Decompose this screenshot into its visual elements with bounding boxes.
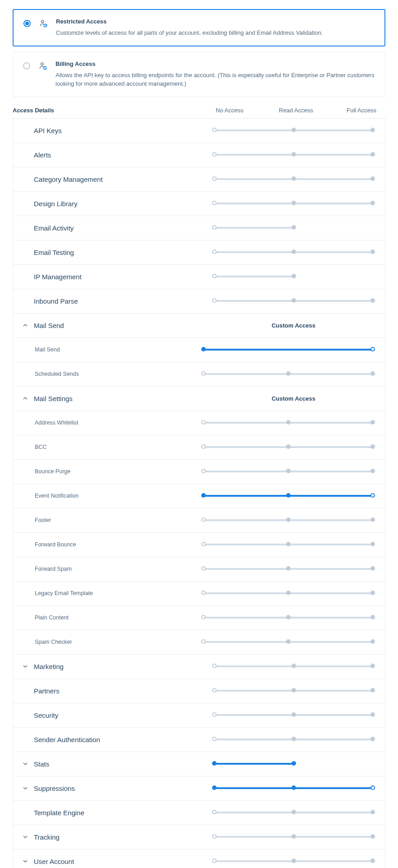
access-slider[interactable] <box>212 787 375 790</box>
permission-label: Tracking <box>34 833 212 841</box>
permission-row: User Account <box>13 850 385 868</box>
restricted-title: Restricted Access <box>56 18 375 25</box>
access-slider[interactable] <box>212 251 375 254</box>
restricted-access-option[interactable]: Restricted Access Customize levels of ac… <box>13 9 385 46</box>
access-slider[interactable] <box>212 689 375 692</box>
permission-row: Suppressions <box>13 776 385 801</box>
access-slider[interactable] <box>201 348 375 351</box>
permission-label: BCC <box>23 444 201 450</box>
chevron-down-icon[interactable] <box>23 664 29 669</box>
radio-billing[interactable] <box>23 62 30 69</box>
access-slider[interactable] <box>212 178 375 180</box>
permission-label: Mail Settings <box>34 395 212 402</box>
access-slider[interactable] <box>201 470 375 473</box>
radio-restricted[interactable] <box>23 20 31 27</box>
billing-title: Billing Access <box>56 60 375 67</box>
permission-row: Marketing <box>13 655 385 679</box>
permission-row: Email Activity <box>13 216 385 240</box>
permission-label: Forward Bounce <box>23 541 201 548</box>
permission-label: Footer <box>23 517 201 523</box>
chevron-down-icon[interactable] <box>23 835 29 839</box>
chevron-down-icon[interactable] <box>23 786 29 790</box>
restricted-desc: Customize levels of access for all parts… <box>56 28 375 37</box>
permission-row: Category Management <box>13 167 385 192</box>
access-slider[interactable] <box>212 811 375 814</box>
access-slider[interactable] <box>201 568 375 570</box>
permission-row: Partners <box>13 679 385 703</box>
chevron-up-icon[interactable] <box>23 323 29 328</box>
permission-row: Event Notification <box>13 484 385 508</box>
user-restricted-icon <box>39 19 48 28</box>
permission-row: Footer <box>13 508 385 533</box>
access-slider[interactable] <box>201 641 375 643</box>
permission-label: Inbound Parse <box>34 297 212 305</box>
access-slider[interactable] <box>201 446 375 448</box>
access-slider[interactable] <box>212 226 375 229</box>
permission-label: User Account <box>34 858 212 865</box>
access-slider[interactable] <box>212 300 375 302</box>
permission-row: IP Management <box>13 265 385 289</box>
billing-desc: Allows the API key to access billing end… <box>56 71 375 88</box>
permission-label: Partners <box>34 687 212 695</box>
permission-label: Alerts <box>34 151 212 159</box>
permission-row: Stats <box>13 752 385 776</box>
permission-label: IP Management <box>34 273 212 281</box>
chevron-up-icon[interactable] <box>23 396 29 401</box>
permission-label: Event Notification <box>23 493 201 499</box>
permission-row: Spam Checker <box>13 630 385 655</box>
permission-label: Template Engine <box>34 809 212 817</box>
permission-label: Marketing <box>34 663 212 670</box>
custom-access-label: Custom Access <box>212 322 375 329</box>
access-slider[interactable] <box>201 421 375 424</box>
access-slider[interactable] <box>201 616 375 619</box>
permission-row: Plain Content <box>13 606 385 630</box>
chevron-down-icon[interactable] <box>23 859 29 863</box>
permission-row: Mail Settings Custom Access <box>13 387 385 411</box>
permission-row: Address Whitelist <box>13 411 385 435</box>
permission-label: Bounce Purge <box>23 468 201 475</box>
access-slider[interactable] <box>212 860 375 863</box>
permission-label: Email Activity <box>34 224 212 232</box>
permission-label: Forward Spam <box>23 566 201 572</box>
permission-row: Inbound Parse <box>13 289 385 314</box>
access-slider[interactable] <box>201 592 375 595</box>
permission-label: API Keys <box>34 127 212 134</box>
access-slider[interactable] <box>212 714 375 716</box>
access-slider[interactable] <box>201 519 375 522</box>
permission-label: Sender Authentication <box>34 736 212 743</box>
access-slider[interactable] <box>212 836 375 838</box>
svg-text:$: $ <box>44 66 46 69</box>
permission-row: Forward Bounce <box>13 533 385 557</box>
billing-access-option[interactable]: $ Billing Access Allows the API key to a… <box>13 52 385 97</box>
user-billing-icon: $ <box>38 61 47 70</box>
permission-row: Email Testing <box>13 240 385 265</box>
permission-label: Security <box>34 711 212 719</box>
permission-label: Category Management <box>34 175 212 183</box>
access-slider[interactable] <box>212 275 375 278</box>
access-slider[interactable] <box>212 129 375 132</box>
access-details-header: Access Details No Access Read Access Ful… <box>13 102 385 118</box>
access-slider[interactable] <box>212 762 375 765</box>
permission-label: Legacy Email Template <box>23 590 201 596</box>
permission-label: Spam Checker <box>23 639 201 645</box>
access-slider[interactable] <box>212 202 375 205</box>
permission-row: Design Library <box>13 192 385 216</box>
permission-row: BCC <box>13 435 385 460</box>
permission-label: Stats <box>34 760 212 768</box>
permission-label: Scheduled Sends <box>23 371 201 377</box>
custom-access-label: Custom Access <box>212 395 375 402</box>
permission-label: Address Whitelist <box>23 420 201 426</box>
permission-label: Design Library <box>34 200 212 208</box>
access-slider[interactable] <box>201 373 375 375</box>
access-slider[interactable] <box>201 494 375 497</box>
access-slider[interactable] <box>212 153 375 156</box>
permission-row: Security <box>13 703 385 728</box>
permission-row: Sender Authentication <box>13 728 385 752</box>
access-slider[interactable] <box>212 738 375 741</box>
chevron-down-icon[interactable] <box>23 762 29 766</box>
access-slider[interactable] <box>212 665 375 668</box>
permission-label: Email Testing <box>34 249 212 256</box>
permission-row: Bounce Purge <box>13 460 385 484</box>
permission-row: API Keys <box>13 119 385 143</box>
access-slider[interactable] <box>201 543 375 546</box>
